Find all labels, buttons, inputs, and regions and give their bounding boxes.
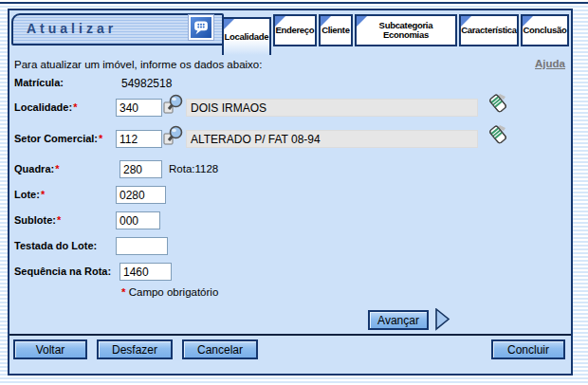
lote-input[interactable] (116, 186, 166, 204)
matricula-label: Matrícula: (14, 77, 64, 88)
tab-localidade[interactable]: Localidade (222, 17, 271, 55)
concluir-button[interactable]: Concluir (491, 339, 565, 359)
setor-name-field: ALTERADO P/ FAT 08-94 (186, 130, 478, 148)
tab-bar: Localidade Endereço Cliente Subcategoria… (222, 13, 569, 63)
speech-bubble-icon[interactable] (188, 14, 214, 41)
footer-divider (9, 334, 571, 336)
setor-label: Setor Comercial:* (14, 133, 102, 144)
tab-cliente[interactable]: Cliente (319, 14, 353, 46)
desfazer-button[interactable]: Desfazer (97, 339, 173, 359)
sequencia-input[interactable] (119, 263, 172, 281)
help-link[interactable]: Ajuda (535, 58, 565, 69)
update-panel: Atualizar Localidade Endereço Cliente Su… (8, 9, 573, 376)
speech-bubble-glyph (191, 17, 211, 38)
forward-arrow-icon[interactable] (434, 308, 451, 335)
lote-label: Lote:* (14, 189, 45, 200)
localidade-label: Localidade:* (14, 101, 77, 113)
tab-subcategoria-economias[interactable]: Subcategoria Economias (355, 14, 457, 46)
tab-conclusao[interactable]: Conclusão (521, 14, 569, 46)
matricula-value: 54982518 (121, 77, 172, 90)
page-top-border (0, 2, 588, 4)
rota-value: Rota:1128 (169, 163, 218, 174)
localidade-eraser-icon[interactable] (487, 92, 509, 119)
localidade-search-icon[interactable] (163, 94, 184, 119)
setor-search-icon[interactable] (163, 125, 184, 150)
sequencia-label: Sequência na Rota: (14, 266, 111, 277)
avancar-button[interactable]: Avançar (368, 310, 429, 330)
testada-input[interactable] (116, 237, 168, 255)
cancelar-button[interactable]: Cancelar (182, 339, 258, 359)
quadra-label: Quadra:* (14, 163, 59, 174)
quadra-input[interactable] (119, 160, 162, 178)
intro-text: Para atualizar um imóvel, informe os dad… (14, 59, 262, 70)
setor-eraser-icon[interactable] (487, 123, 509, 150)
localidade-code-input[interactable] (116, 99, 162, 117)
localidade-name-field: DOIS IRMAOS (186, 99, 478, 117)
tab-caracteristica[interactable]: Característica (459, 14, 519, 46)
setor-code-input[interactable] (116, 130, 162, 148)
required-note: * Campo obrigatório (121, 286, 218, 298)
sublote-label: Sublote:* (14, 214, 61, 226)
voltar-button[interactable]: Voltar (13, 339, 87, 359)
sublote-input[interactable] (116, 211, 160, 229)
testada-label: Testada do Lote: (14, 240, 97, 251)
tab-endereco[interactable]: Endereço (273, 14, 317, 46)
page-title: Atualizar (27, 21, 117, 36)
